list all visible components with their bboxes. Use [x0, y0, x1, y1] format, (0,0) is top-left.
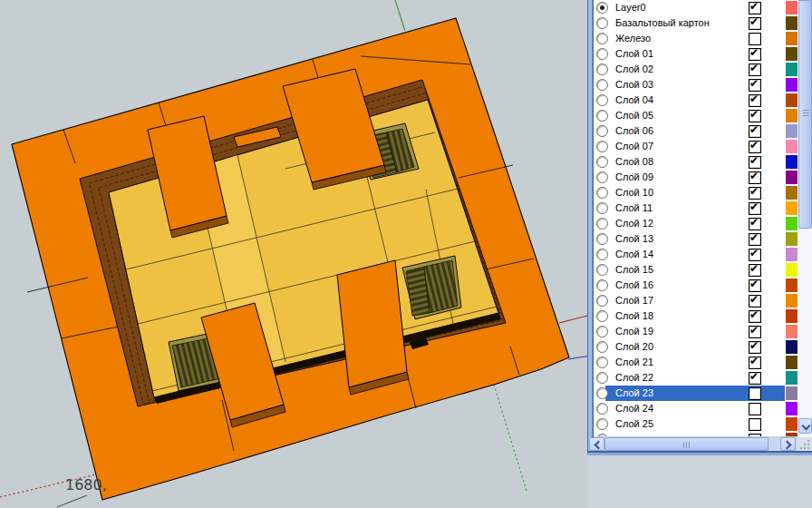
horizontal-scrollbar-thumb[interactable] [604, 437, 768, 451]
layer-row[interactable]: Базальтовый картон ✔ [594, 15, 798, 31]
layer-color-swatch[interactable] [786, 78, 798, 92]
active-layer-radio[interactable] [596, 387, 608, 399]
layer-color-swatch[interactable] [786, 124, 798, 138]
layer-row[interactable]: Слой 04 ✔ [594, 93, 798, 108]
active-layer-radio[interactable] [596, 264, 608, 276]
layer-row[interactable]: Layer0 ✔ [594, 0, 798, 15]
horizontal-scrollbar[interactable] [589, 437, 798, 451]
layer-row[interactable]: Слой 22 ✔ [594, 370, 798, 386]
visibility-checkbox[interactable]: ✔ [749, 279, 761, 292]
active-layer-radio[interactable] [596, 202, 608, 214]
layer-row[interactable]: Слой 13 ✔ [594, 231, 798, 247]
layer-row[interactable]: Слой 08 ✔ [594, 154, 798, 170]
layer-color-swatch[interactable] [786, 217, 798, 230]
layer-row[interactable]: ✔ [594, 432, 798, 436]
visibility-checkbox[interactable]: ✔ [749, 357, 761, 369]
layer-color-swatch[interactable] [786, 93, 798, 107]
layer-row[interactable]: Слой 09 ✔ [594, 170, 798, 185]
layer-row[interactable]: Слой 17 ✔ [594, 293, 798, 308]
visibility-checkbox[interactable]: ✔ [749, 233, 761, 246]
active-layer-radio[interactable] [596, 156, 608, 168]
active-layer-radio[interactable] [596, 249, 608, 260]
visibility-checkbox[interactable]: ✔ [749, 94, 761, 107]
visibility-checkbox[interactable]: ✔ [749, 249, 761, 261]
visibility-checkbox[interactable]: ✔ [749, 295, 761, 308]
visibility-checkbox[interactable]: ✔ [749, 372, 761, 385]
visibility-checkbox[interactable]: ✔ [749, 79, 761, 92]
visibility-checkbox[interactable]: ✔ [749, 326, 761, 338]
layer-row[interactable]: Слой 23 ✔ [594, 386, 798, 401]
layer-row[interactable]: Слой 15 ✔ [594, 262, 798, 278]
active-layer-radio[interactable] [596, 326, 608, 337]
vertical-scrollbar[interactable] [798, 0, 812, 437]
layer-color-swatch[interactable] [786, 309, 798, 323]
active-layer-radio[interactable] [596, 64, 608, 75]
layer-row[interactable]: Слой 21 ✔ [594, 355, 798, 370]
layer-row[interactable]: Слой 24 ✔ [594, 401, 798, 416]
layer-color-swatch[interactable] [786, 294, 798, 308]
visibility-checkbox[interactable]: ✔ [749, 387, 761, 400]
layer-row[interactable]: Слой 07 ✔ [594, 139, 798, 154]
layer-color-swatch[interactable] [786, 386, 798, 400]
active-layer-radio[interactable] [596, 403, 608, 415]
layer-list[interactable]: Layer0 ✔ Базальтовый картон ✔ Железо ✔ С… [594, 0, 798, 436]
active-layer-radio[interactable] [596, 295, 608, 307]
layer-row[interactable]: Слой 03 ✔ [594, 77, 798, 93]
resize-grip[interactable] [798, 437, 812, 451]
layer-color-swatch[interactable] [786, 340, 798, 354]
scroll-left-button[interactable] [589, 437, 604, 451]
layer-color-swatch[interactable] [786, 278, 798, 292]
active-layer-radio[interactable] [596, 79, 608, 91]
layer-row[interactable]: Слой 12 ✔ [594, 216, 798, 231]
layer-color-swatch[interactable] [786, 109, 798, 122]
layer-color-swatch[interactable] [786, 402, 798, 415]
active-layer-radio[interactable] [596, 357, 608, 368]
layer-row[interactable]: Слой 25 ✔ [594, 416, 798, 432]
layer-color-swatch[interactable] [786, 155, 798, 169]
layer-row[interactable]: Слой 18 ✔ [594, 308, 798, 324]
visibility-checkbox[interactable]: ✔ [749, 218, 761, 230]
layer-color-swatch[interactable] [786, 186, 798, 200]
layer-row[interactable]: Слой 16 ✔ [594, 278, 798, 293]
layer-color-swatch[interactable] [786, 248, 798, 261]
visibility-checkbox[interactable]: ✔ [749, 187, 761, 200]
active-layer-radio[interactable] [596, 341, 608, 353]
layer-row[interactable]: Слой 10 ✔ [594, 185, 798, 200]
layer-row[interactable]: Слой 14 ✔ [594, 247, 798, 262]
visibility-checkbox[interactable]: ✔ [749, 48, 761, 61]
layer-row[interactable]: Слой 05 ✔ [594, 108, 798, 123]
visibility-checkbox[interactable]: ✔ [749, 110, 761, 122]
layer-color-swatch[interactable] [786, 325, 798, 338]
active-layer-radio[interactable] [596, 187, 608, 199]
visibility-checkbox[interactable]: ✔ [749, 434, 761, 436]
layer-row[interactable]: Слой 02 ✔ [594, 62, 798, 77]
visibility-checkbox[interactable]: ✔ [749, 64, 761, 76]
layer-color-swatch[interactable] [786, 201, 798, 215]
visibility-checkbox[interactable]: ✔ [749, 33, 761, 45]
active-layer-radio[interactable] [596, 110, 608, 122]
layer-color-swatch[interactable] [786, 232, 798, 246]
vertical-scrollbar-thumb[interactable] [798, 0, 812, 229]
scroll-right-button[interactable] [780, 437, 796, 451]
layer-color-swatch[interactable] [786, 356, 798, 369]
visibility-checkbox[interactable]: ✔ [749, 156, 761, 169]
visibility-checkbox[interactable]: ✔ [749, 171, 761, 184]
layer-row[interactable]: Слой 20 ✔ [594, 339, 798, 355]
layer-color-swatch[interactable] [786, 417, 798, 431]
layer-color-swatch[interactable] [786, 263, 798, 277]
active-layer-radio[interactable] [596, 310, 608, 322]
visibility-checkbox[interactable]: ✔ [749, 341, 761, 354]
active-layer-radio[interactable] [596, 141, 608, 152]
active-layer-radio[interactable] [596, 48, 608, 60]
active-layer-radio[interactable] [596, 125, 608, 137]
active-layer-radio[interactable] [596, 33, 608, 44]
visibility-checkbox[interactable]: ✔ [749, 125, 761, 138]
scroll-down-button[interactable] [798, 418, 812, 434]
visibility-checkbox[interactable]: ✔ [749, 264, 761, 277]
active-layer-radio[interactable] [596, 372, 608, 384]
layer-color-swatch[interactable] [786, 171, 798, 184]
active-layer-radio[interactable] [596, 279, 608, 291]
layer-color-swatch[interactable] [786, 63, 798, 76]
layer-color-swatch[interactable] [786, 371, 798, 385]
active-layer-radio[interactable] [596, 233, 608, 245]
